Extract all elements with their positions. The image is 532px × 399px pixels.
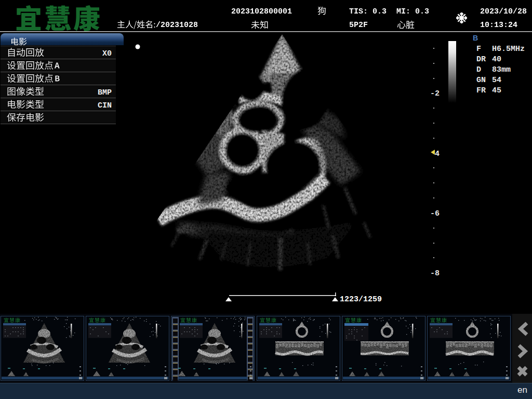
- svg-text:DR: DR: [476, 55, 486, 64]
- svg-text:BMP: BMP: [98, 88, 112, 97]
- svg-text:54: 54: [492, 76, 501, 85]
- svg-text:CIN: CIN: [98, 101, 112, 110]
- svg-text:B: B: [473, 34, 478, 42]
- svg-text:45: 45: [492, 86, 501, 95]
- svg-text:1223/1259: 1223/1259: [340, 295, 382, 304]
- svg-text:83mm: 83mm: [492, 65, 511, 74]
- svg-text:40: 40: [492, 55, 501, 64]
- svg-text:GN: GN: [476, 76, 486, 85]
- svg-text:X0: X0: [102, 49, 112, 58]
- svg-text:4: 4: [435, 150, 440, 158]
- svg-text:F: F: [476, 45, 481, 54]
- svg-text:-2: -2: [430, 89, 440, 98]
- svg-text:D: D: [476, 65, 481, 74]
- svg-text:-6: -6: [430, 209, 440, 218]
- svg-text:FR: FR: [476, 86, 486, 95]
- svg-text:-8: -8: [430, 269, 440, 278]
- svg-text:H6.5MHz: H6.5MHz: [492, 45, 525, 54]
